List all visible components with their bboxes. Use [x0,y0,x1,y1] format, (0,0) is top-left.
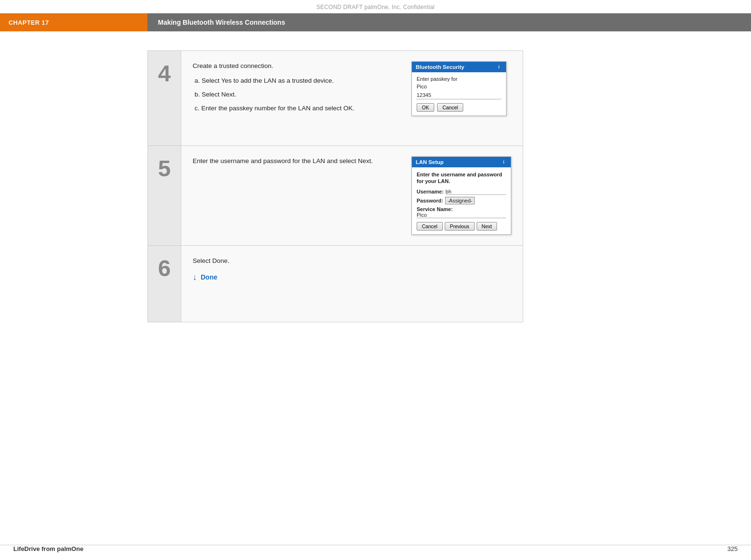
page-footer: LifeDrive from palmOne 325 [0,545,751,560]
step4-list-item-a: a. Select Yes to add the LAN as a truste… [195,76,402,86]
step-number-5: 5 [158,157,171,180]
lan-password-value: -Assigned- [445,197,475,204]
lan-dialog-title: LAN Setup [416,159,444,165]
footer-brand: LifeDrive from palmOne [13,545,83,552]
done-label: Done [201,272,217,283]
lan-username-label: Username: [417,189,444,194]
lan-service-name-label: Service Name: [417,206,506,212]
lan-dialog-buttons: Cancel Previous Next [417,222,506,231]
lan-dialog-body: Enter the username and password for your… [412,167,511,234]
step-content-4: Create a trusted connection. a. Select Y… [181,51,523,145]
step-row-5: 5 Enter the username and password for th… [148,146,523,246]
step-number-col-6: 6 [148,246,181,322]
step-text-5: Enter the username and password for the … [193,156,402,235]
lan-username-row: Username: bh [417,189,506,195]
lan-cancel-button[interactable]: Cancel [417,222,443,231]
step6-main-text: Select Done. [193,256,511,266]
bt-ok-button[interactable]: OK [417,103,434,112]
step5-main-text: Enter the username and password for the … [193,156,402,166]
footer-page-number: 325 [727,545,738,552]
bt-cancel-button[interactable]: Cancel [437,103,463,112]
lan-password-label: Password: [417,198,443,203]
main-content: 4 Create a trusted connection. a. Select… [0,31,751,341]
bt-dialog-title: Bluetooth Security [416,64,464,70]
bt-body-line1: Enter passkey for [417,76,501,82]
step-number-4: 4 [158,62,171,85]
lan-service-name-value: Pico [417,212,506,218]
bt-passkey-field: 12345 [417,91,501,99]
step-content-6: Select Done. ↓ Done [181,246,523,322]
bt-dialog-body: Enter passkey for Pico 12345 OK Cancel [412,72,506,116]
bt-dialog-buttons: OK Cancel [417,103,501,112]
step-number-col-5: 5 [148,146,181,245]
step-number-6: 6 [158,257,171,280]
step-row-4: 4 Create a trusted connection. a. Select… [148,51,523,146]
bt-info-icon: i [496,64,502,70]
chapter-label: CHAPTER 17 [0,13,147,31]
steps-container: 4 Create a trusted connection. a. Select… [147,50,523,322]
lan-username-value: bh [446,189,506,195]
lan-info-icon: i [500,159,507,165]
lan-previous-button[interactable]: Previous [445,222,475,231]
step-text-4: Create a trusted connection. a. Select Y… [193,61,402,135]
step-row-6: 6 Select Done. ↓ Done [148,246,523,322]
lan-password-row: Password: -Assigned- [417,197,506,204]
chapter-title: Making Bluetooth Wireless Connections [147,13,751,31]
chapter-header: CHAPTER 17 Making Bluetooth Wireless Con… [0,13,751,31]
step4-list-item-c: c. Enter the passkey number for the LAN … [195,104,402,114]
done-arrow-icon: ↓ [193,271,197,284]
bt-dialog-titlebar: Bluetooth Security i [412,62,506,72]
step-number-col-4: 4 [148,51,181,145]
step5-image: LAN Setup i Enter the username and passw… [411,156,511,235]
step-text-6: Select Done. ↓ Done [193,256,511,311]
bluetooth-security-dialog: Bluetooth Security i Enter passkey for P… [411,61,507,116]
lan-setup-dialog: LAN Setup i Enter the username and passw… [411,156,511,235]
step4-list-item-b: b. Select Next. [195,90,402,100]
step4-main-text: Create a trusted connection. [193,61,402,71]
bt-body-line2: Pico [417,84,501,89]
lan-next-button[interactable]: Next [477,222,497,231]
step-content-5: Enter the username and password for the … [181,146,523,245]
step4-image: Bluetooth Security i Enter passkey for P… [411,61,511,135]
done-area: ↓ Done [193,271,511,284]
lan-desc: Enter the username and password for your… [417,171,506,185]
watermark: SECOND DRAFT palmOne, Inc. Confidential [0,0,751,13]
lan-dialog-titlebar: LAN Setup i [412,157,511,167]
